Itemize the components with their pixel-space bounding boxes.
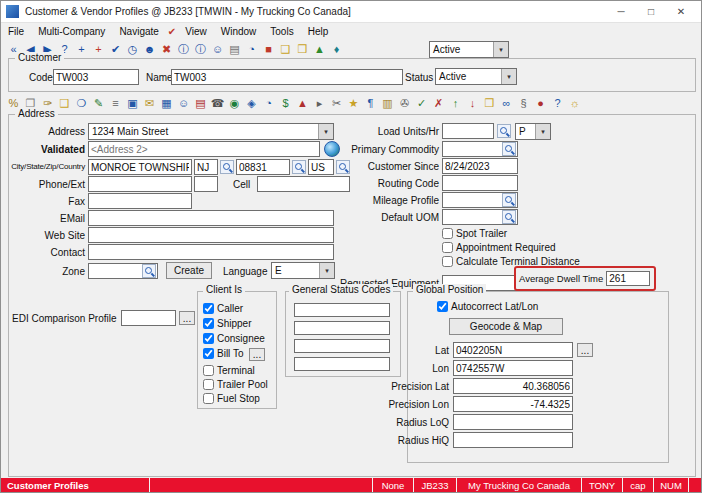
- appointment-required-checkbox[interactable]: [442, 242, 453, 253]
- email-field[interactable]: [88, 210, 334, 226]
- default-uom-lookup-icon[interactable]: [502, 210, 516, 224]
- add-record-icon[interactable]: +: [73, 41, 90, 58]
- check-icon[interactable]: ✓: [413, 95, 430, 112]
- user-icon[interactable]: ☺: [209, 41, 226, 58]
- country-lookup-icon[interactable]: [336, 160, 350, 174]
- calculate-terminal-distance-checkbox[interactable]: [442, 256, 453, 267]
- minimize-button[interactable]: ─: [606, 2, 636, 22]
- consignee-checkbox-row[interactable]: Consignee: [203, 333, 265, 344]
- edi-ellipsis-button[interactable]: ...: [179, 311, 195, 325]
- create-button[interactable]: Create: [166, 262, 212, 279]
- info-alt-icon[interactable]: ⓘ: [192, 41, 209, 58]
- routing-code-field[interactable]: [442, 175, 518, 191]
- phone-field[interactable]: [88, 176, 192, 192]
- menu-window[interactable]: Window: [214, 26, 264, 37]
- truck-icon[interactable]: ▸: [311, 95, 328, 112]
- menu-file[interactable]: File: [1, 26, 31, 37]
- bill-to-ellipsis-button[interactable]: ...: [249, 348, 265, 361]
- zip-lookup-icon[interactable]: [292, 160, 306, 174]
- radius-hiq-field[interactable]: [453, 432, 573, 448]
- trailer-pool-checkbox[interactable]: [203, 379, 214, 390]
- primary-commodity-lookup-icon[interactable]: [502, 142, 516, 156]
- folder-open-icon[interactable]: ❑: [277, 41, 294, 58]
- money-icon[interactable]: $: [277, 95, 294, 112]
- caller-checkbox[interactable]: [203, 303, 214, 314]
- mileage-profile-lookup-icon[interactable]: [502, 193, 516, 207]
- load-units-uom-combo[interactable]: P ▾: [515, 123, 551, 140]
- arrow-up-icon[interactable]: ↑: [447, 95, 464, 112]
- person-icon[interactable]: ☺: [175, 95, 192, 112]
- mail-icon[interactable]: ✉: [141, 95, 158, 112]
- load-units-lookup-icon[interactable]: [497, 124, 511, 138]
- terminal-checkbox[interactable]: [203, 365, 214, 376]
- disk-icon[interactable]: ▣: [124, 95, 141, 112]
- bill-to-checkbox-row[interactable]: Bill To: [203, 348, 244, 359]
- network-icon[interactable]: ◈: [243, 95, 260, 112]
- calculator-icon[interactable]: ▤: [226, 41, 243, 58]
- dropdown-arrow-icon[interactable]: ▾: [319, 263, 334, 278]
- folder-icon[interactable]: ❒: [294, 41, 311, 58]
- refresh-icon[interactable]: ♦: [328, 41, 345, 58]
- zone-lookup-icon[interactable]: [142, 264, 156, 278]
- link-icon[interactable]: ∞: [498, 95, 515, 112]
- bill-to-checkbox[interactable]: [203, 348, 214, 359]
- general-status-code-1-field[interactable]: [294, 303, 390, 317]
- fax-field[interactable]: [88, 193, 192, 209]
- shipper-checkbox-row[interactable]: Shipper: [203, 318, 251, 329]
- world-icon[interactable]: ☼: [566, 95, 583, 112]
- menu-help[interactable]: Help: [301, 26, 336, 37]
- load-units-field[interactable]: [442, 123, 494, 139]
- edi-comparison-profile-field[interactable]: [121, 310, 176, 326]
- state-lookup-icon[interactable]: [220, 160, 234, 174]
- precision-lon-field[interactable]: [453, 396, 573, 412]
- fuel-stop-checkbox-row[interactable]: Fuel Stop: [203, 393, 260, 404]
- notes-icon[interactable]: ≡: [107, 95, 124, 112]
- consignee-checkbox[interactable]: [203, 333, 214, 344]
- customer-since-field[interactable]: [442, 158, 518, 174]
- precision-lat-field[interactable]: [453, 378, 573, 394]
- search-icon[interactable]: ❍: [73, 95, 90, 112]
- maximize-button[interactable]: □: [636, 2, 666, 22]
- document-icon[interactable]: ¶: [362, 95, 379, 112]
- spot-trailer-checkbox-row[interactable]: Spot Trailer: [442, 228, 507, 239]
- dropdown-arrow-icon[interactable]: ▾: [501, 69, 516, 84]
- delete-icon[interactable]: ✖: [158, 41, 175, 58]
- spot-trailer-checkbox[interactable]: [442, 228, 453, 239]
- section-icon[interactable]: §: [515, 95, 532, 112]
- terminal-checkbox-row[interactable]: Terminal: [203, 365, 255, 376]
- clock-icon[interactable]: ◔: [243, 41, 260, 58]
- alert-icon[interactable]: ■: [260, 41, 277, 58]
- menu-tools[interactable]: Tools: [263, 26, 300, 37]
- average-dwell-time-field[interactable]: [606, 271, 650, 286]
- address2-field[interactable]: [88, 141, 320, 157]
- cross-icon[interactable]: ✗: [430, 95, 447, 112]
- pin-icon[interactable]: ●: [532, 95, 549, 112]
- scissors-icon[interactable]: ✂: [328, 95, 345, 112]
- general-status-code-2-field[interactable]: [294, 321, 390, 335]
- edit-icon[interactable]: ✎: [90, 95, 107, 112]
- phone-icon[interactable]: ☎: [209, 95, 226, 112]
- book-icon[interactable]: ❒: [481, 95, 498, 112]
- lat-field[interactable]: [453, 342, 573, 358]
- clock-icon[interactable]: ◔: [260, 95, 277, 112]
- state-field[interactable]: [194, 159, 218, 175]
- appointment-required-checkbox-row[interactable]: Appointment Required: [442, 242, 556, 253]
- contact-field[interactable]: [88, 244, 334, 260]
- name-field[interactable]: [171, 69, 403, 85]
- contacts-icon[interactable]: ☻: [141, 41, 158, 58]
- dropdown-arrow-icon[interactable]: ▾: [493, 42, 508, 57]
- export-icon[interactable]: ▲: [311, 41, 328, 58]
- city-field[interactable]: [88, 159, 192, 175]
- calendar-icon[interactable]: ▤: [192, 95, 209, 112]
- ext-field[interactable]: [194, 176, 218, 192]
- autocorrect-latlon-checkbox-row[interactable]: Autocorrect Lat/Lon: [437, 301, 538, 312]
- history-icon[interactable]: ◷: [124, 41, 141, 58]
- arrow-down-icon[interactable]: ↓: [464, 95, 481, 112]
- shipper-checkbox[interactable]: [203, 318, 214, 329]
- trailer-pool-checkbox-row[interactable]: Trailer Pool: [203, 379, 268, 390]
- dropdown-arrow-icon[interactable]: ▾: [535, 124, 550, 139]
- star-icon[interactable]: ★: [345, 95, 362, 112]
- code-field[interactable]: [53, 69, 139, 85]
- menu-navigate[interactable]: Navigate: [112, 26, 165, 37]
- chart-icon[interactable]: ▲: [294, 95, 311, 112]
